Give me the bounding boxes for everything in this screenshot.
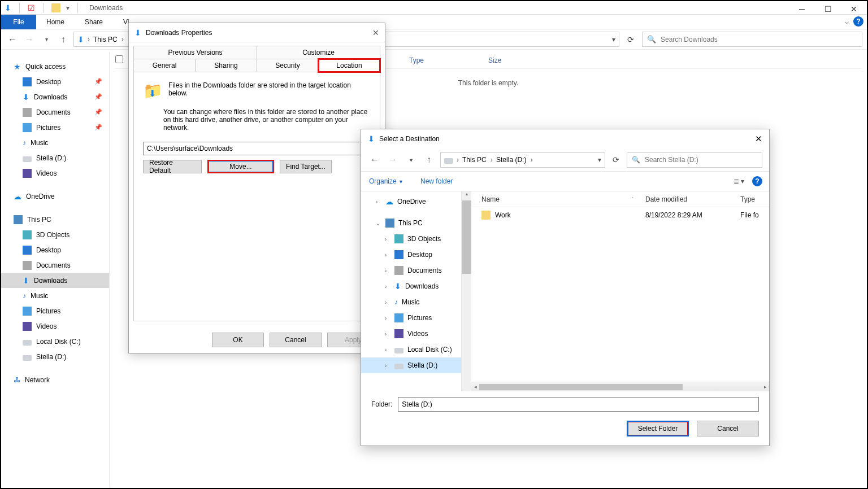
tree-music[interactable]: ›♪Music xyxy=(361,294,461,310)
folder-name-input[interactable] xyxy=(398,397,759,412)
tree-onedrive[interactable]: ›☁OneDrive xyxy=(361,194,461,209)
sidebar-videos[interactable]: Videos xyxy=(1,165,109,181)
sidebar-3dobjects[interactable]: 3D Objects xyxy=(1,227,109,242)
tree-desktop[interactable]: ›Desktop xyxy=(361,247,461,263)
videos-icon xyxy=(23,169,32,178)
ribbon-home[interactable]: Home xyxy=(36,15,75,29)
drive-icon xyxy=(23,156,32,162)
dest-close-icon[interactable]: ✕ xyxy=(755,134,762,144)
dest-back[interactable]: ← xyxy=(368,155,381,165)
download-icon: ⬇ xyxy=(23,276,29,285)
nav-recent[interactable]: ▾ xyxy=(40,36,53,42)
ribbon-file[interactable]: File xyxy=(1,15,36,29)
tab-sharing[interactable]: Sharing xyxy=(196,59,257,72)
tab-customize[interactable]: Customize xyxy=(257,46,380,59)
sidebar-network[interactable]: 🖧Network xyxy=(1,372,109,387)
dest-up[interactable]: ↑ xyxy=(422,155,436,165)
sidebar-thispc[interactable]: This PC xyxy=(1,212,109,227)
breadcrumb-thispc[interactable]: This PC xyxy=(93,36,124,43)
sidebar-pc-documents[interactable]: Documents xyxy=(1,257,109,273)
dest-cancel-button[interactable]: Cancel xyxy=(697,421,759,436)
drive-icon xyxy=(394,348,403,353)
ribbon-share[interactable]: Share xyxy=(75,15,113,29)
sidebar-stella[interactable]: Stella (D:) xyxy=(1,150,109,165)
dest-crumb-pc[interactable]: This PC xyxy=(462,156,493,164)
nav-up[interactable]: ↑ xyxy=(57,34,70,45)
dest-search[interactable]: 🔍 Search Stella (D:) xyxy=(627,152,762,168)
col-type[interactable]: Type xyxy=(409,56,488,64)
dest-help-icon[interactable]: ? xyxy=(752,176,762,186)
sidebar-quick-access[interactable]: ★Quick access xyxy=(1,59,109,74)
dest-crumb-stella[interactable]: Stella (D:) xyxy=(496,156,533,164)
help-icon[interactable]: ? xyxy=(853,16,863,27)
nav-forward[interactable]: → xyxy=(23,34,36,45)
tab-security[interactable]: Security xyxy=(257,59,319,72)
ribbon-collapse-icon[interactable]: ⌵ xyxy=(845,18,849,25)
sidebar-pictures[interactable]: Pictures📌 xyxy=(1,120,109,135)
list-item-work[interactable]: Work 8/19/2022 8:29 AM File fo xyxy=(471,207,769,223)
find-target-button[interactable]: Find Target... xyxy=(280,160,332,173)
organize-menu[interactable]: Organize ▼ xyxy=(369,177,403,185)
sidebar-pc-videos[interactable]: Videos xyxy=(1,318,109,334)
sidebar-documents[interactable]: Documents📌 xyxy=(1,104,109,120)
dest-address-dropdown[interactable]: ▾ xyxy=(598,156,601,164)
dest-col-name[interactable]: Name˄ xyxy=(471,195,645,203)
network-icon: 🖧 xyxy=(14,376,20,384)
qat-dropdown-icon[interactable]: ▾ xyxy=(66,4,70,12)
dest-refresh[interactable]: ⟳ xyxy=(610,155,622,164)
col-size[interactable]: Size xyxy=(488,56,535,64)
tree-stella[interactable]: ›Stella (D:) xyxy=(361,357,461,373)
sidebar-downloads[interactable]: ⬇Downloads📌 xyxy=(1,89,109,104)
tree-thispc[interactable]: ⌄This PC xyxy=(361,215,461,231)
tree-documents[interactable]: ›Documents xyxy=(361,263,461,278)
restore-default-button[interactable]: Restore Default xyxy=(143,160,202,173)
sidebar-pc-music[interactable]: ♪Music xyxy=(1,288,109,303)
videos-icon xyxy=(23,322,32,331)
new-folder-button[interactable]: New folder xyxy=(420,177,453,185)
star-icon: ★ xyxy=(14,62,21,71)
tab-previous-versions[interactable]: Previous Versions xyxy=(134,46,257,59)
dest-col-date[interactable]: Date modified xyxy=(645,195,740,203)
sidebar-pc-downloads[interactable]: ⬇Downloads xyxy=(1,273,109,288)
desktop-icon xyxy=(23,246,32,255)
sidebar-desktop[interactable]: Desktop📌 xyxy=(1,74,109,89)
ok-button[interactable]: OK xyxy=(212,333,264,347)
tree-3dobjects[interactable]: ›3D Objects xyxy=(361,231,461,247)
download-icon: ⬇ xyxy=(23,93,29,102)
tab-location[interactable]: Location xyxy=(319,59,380,72)
search-icon: 🔍 xyxy=(647,35,656,43)
nav-back[interactable]: ← xyxy=(6,34,19,45)
tree-localdisk[interactable]: ›Local Disk (C:) xyxy=(361,342,461,357)
tab-general[interactable]: General xyxy=(134,59,196,72)
dest-forward[interactable]: → xyxy=(386,155,400,165)
refresh-button[interactable]: ⟳ xyxy=(623,35,639,44)
move-button[interactable]: Move... xyxy=(207,160,274,173)
location-desc1: Files in the Downloads folder are stored… xyxy=(168,81,371,100)
select-folder-button[interactable]: Select Folder xyxy=(627,421,689,436)
sidebar-music[interactable]: ♪Music xyxy=(1,135,109,150)
properties-close-icon[interactable]: ✕ xyxy=(372,28,379,37)
sidebar-pc-pictures[interactable]: Pictures xyxy=(1,303,109,318)
tree-downloads[interactable]: ›⬇Downloads xyxy=(361,278,461,294)
sidebar-stella-d[interactable]: Stella (D:) xyxy=(1,349,109,364)
sidebar-localdisk[interactable]: Local Disk (C:) xyxy=(1,334,109,349)
dest-recent[interactable]: ▾ xyxy=(404,157,418,163)
sidebar-onedrive[interactable]: ☁OneDrive xyxy=(1,189,109,204)
videos-icon xyxy=(394,329,403,338)
sidebar-pc-desktop[interactable]: Desktop xyxy=(1,242,109,257)
dest-col-type[interactable]: Type xyxy=(740,195,769,203)
dest-address[interactable]: › This PC Stella (D:) ▾ xyxy=(440,152,605,168)
address-dropdown-icon[interactable]: ▾ xyxy=(612,36,615,43)
tree-videos[interactable]: ›Videos xyxy=(361,326,461,342)
search-box[interactable]: 🔍 Search Downloads xyxy=(642,32,862,47)
tree-pictures[interactable]: ›Pictures xyxy=(361,310,461,326)
select-all-checkbox[interactable] xyxy=(115,55,123,63)
onedrive-icon: ☁ xyxy=(385,197,393,206)
folder-label: Folder: xyxy=(371,400,392,408)
location-path-input[interactable] xyxy=(143,142,371,155)
pin-icon: 📌 xyxy=(94,108,102,116)
tree-scrollbar[interactable]: ▴ xyxy=(462,191,471,391)
list-hscrollbar[interactable]: ◂ ▸ xyxy=(471,382,769,391)
view-options-icon[interactable]: ≣ ▾ xyxy=(734,177,744,185)
cancel-button[interactable]: Cancel xyxy=(270,333,322,347)
